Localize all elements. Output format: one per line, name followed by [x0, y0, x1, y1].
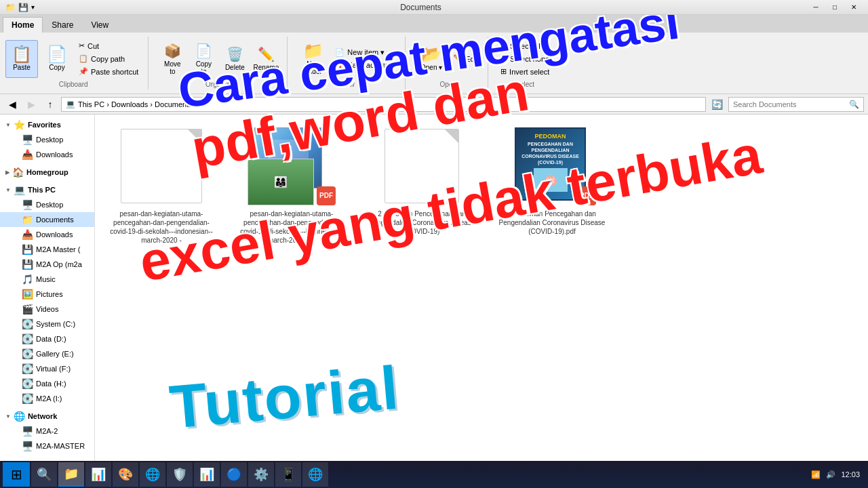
copy-to-button[interactable]: 📄 Copyto — [189, 40, 218, 78]
taskbar-file-explorer[interactable]: 📁 — [58, 462, 84, 487]
quick-access-save[interactable]: 💾 — [18, 3, 28, 12]
sidebar-item-m2a-i[interactable]: 💽 M2A (I:) — [0, 391, 94, 406]
book-title-label: PEDOMAN — [534, 133, 566, 140]
taskbar-chrome[interactable]: 🌐 — [140, 462, 165, 487]
rename-button[interactable]: ✏️ Rename — [252, 40, 280, 78]
taskbar-chrome2[interactable]: 🌐 — [302, 462, 328, 487]
delete-button[interactable]: 🗑️ Delete — [220, 40, 249, 78]
easy-access-button[interactable]: 📌 Easy access ▾ — [332, 60, 398, 71]
edit-button[interactable]: ✏️ Edit — [450, 53, 481, 64]
sidebar-item-documents[interactable]: 📁 Documents — [0, 212, 94, 227]
organize-label: Organize — [158, 81, 280, 89]
file-item-1[interactable]: pesan-dan-kegiatan-utama-pencegahan-dan-… — [100, 120, 222, 250]
move-to-label: Moveto — [164, 60, 180, 75]
sidebar-section-thispc[interactable]: ▼ 💻 This PC — [0, 182, 94, 197]
select-all-label: Select all — [510, 42, 540, 50]
taskbar-excel[interactable]: 📊 — [194, 462, 220, 487]
sidebar-section-homegroup[interactable]: ▶ 🏠 Homegroup — [0, 165, 94, 180]
taskbar-time: 12:03 — [841, 470, 860, 479]
file-item-3[interactable]: 2 Pedoman Pencegahan dan Pengendalian Co… — [361, 120, 483, 250]
clipboard-label: Clipboard — [5, 81, 141, 89]
sidebar-item-m2a-op[interactable]: 💾 M2A Op (m2a — [0, 257, 94, 272]
taskbar-antivirus[interactable]: 🛡️ — [167, 462, 193, 487]
sidebar-item-pictures[interactable]: 🖼️ Pictures — [0, 287, 94, 302]
sidebar-item-system-c[interactable]: 💽 System (C:) — [0, 317, 94, 331]
ribbon-group-open: 📂 Open ▾ ✏️ Edit Open — [415, 37, 488, 89]
select-all-button[interactable]: ☑ Select all — [498, 40, 552, 52]
open-buttons: 📂 Open ▾ ✏️ Edit — [415, 37, 481, 81]
sidebar-item-m2a-2[interactable]: 🖥️ M2A-2 — [0, 424, 94, 439]
select-buttons: ☑ Select all ☐ Select none ⊞ Invert sele… — [498, 37, 552, 81]
chrome-icon: 🌐 — [145, 467, 160, 482]
copy-path-button[interactable]: 📋 Copy path — [76, 53, 141, 64]
pdf-badge-2: PDF — [317, 186, 336, 205]
sidebar-item-desktop[interactable]: 🖥️ Desktop — [0, 132, 94, 147]
sidebar-item-m2a-master-net[interactable]: 🖥️ M2A-MASTER — [0, 439, 94, 453]
chrome2-icon: 🌐 — [308, 467, 323, 482]
data-d-label: Data (D:) — [36, 335, 66, 343]
back-button[interactable]: ◀ — [4, 97, 20, 112]
network-label: Network — [28, 412, 57, 420]
file-item-2[interactable]: Maret 2020 👨‍👩‍👧 PDF pesan-dan-kegiatan-… — [231, 120, 353, 250]
open-small-group: ✏️ Edit — [450, 53, 481, 64]
taskbar-photoshop[interactable]: 🎨 — [113, 462, 138, 487]
sidebar-item-music[interactable]: 🎵 Music — [0, 272, 94, 287]
sidebar-item-virtual-f[interactable]: 💽 Virtual (F:) — [0, 361, 94, 376]
desktop-pc-label: Desktop — [36, 201, 63, 209]
taskbar-app7[interactable]: ⚙️ — [248, 462, 274, 487]
search-icon[interactable]: 🔍 — [845, 100, 863, 109]
forward-button[interactable]: ▶ — [23, 97, 39, 112]
taskbar-app6[interactable]: 🔵 — [221, 462, 247, 487]
homegroup-icon: 🏠 — [12, 167, 24, 178]
address-path[interactable]: 💻 This PC › Downloads › Documents — [61, 97, 706, 112]
minimize-button[interactable]: ─ — [807, 1, 825, 14]
sidebar-item-data-h[interactable]: 💽 Data (H:) — [0, 376, 94, 391]
sidebar-item-videos[interactable]: 🎬 Videos — [0, 302, 94, 317]
main-area: ▼ ⭐ Favorites 🖥️ Desktop 📥 Downloads ▶ 🏠… — [0, 115, 868, 472]
start-button[interactable]: ⊞ — [3, 462, 30, 487]
copy-path-icon: 📋 — [79, 54, 88, 63]
sidebar-section-favorites[interactable]: ▼ ⭐ Favorites — [0, 117, 94, 132]
taskbar-app8[interactable]: 📱 — [275, 462, 301, 487]
open-button[interactable]: 📂 Open ▾ — [415, 40, 448, 78]
favorites-arrow: ▼ — [5, 122, 11, 128]
sidebar-item-desktop-pc[interactable]: 🖥️ Desktop — [0, 197, 94, 212]
sidebar-item-gallery-e[interactable]: 💽 Gallery (E:) — [0, 346, 94, 361]
copy-button[interactable]: 📄 Copy — [41, 40, 73, 78]
tab-home[interactable]: Home — [3, 17, 43, 33]
m2a-master-label: M2A Master ( — [36, 245, 80, 253]
tab-view[interactable]: View — [82, 17, 117, 33]
tab-share[interactable]: Share — [43, 17, 82, 33]
taskbar-task-manager[interactable]: 📊 — [85, 462, 111, 487]
network-icon: 🌐 — [14, 411, 25, 422]
select-label: Select — [498, 81, 552, 89]
sidebar-item-downloads-pc[interactable]: 📥 Downloads — [0, 227, 94, 242]
sidebar-item-downloads[interactable]: 📥 Downloads — [0, 147, 94, 162]
paste-button[interactable]: 📋 Paste — [5, 40, 38, 78]
close-button[interactable]: ✕ — [845, 1, 863, 14]
search-input[interactable] — [729, 100, 845, 108]
file-item-4[interactable]: PEDOMAN PENCEGAHAN DAN PENGENDALIAN CORO… — [491, 120, 613, 250]
sidebar-section-network[interactable]: ▼ 🌐 Network — [0, 409, 94, 424]
music-icon: 🎵 — [22, 274, 33, 285]
move-to-button[interactable]: 📦 Moveto — [158, 40, 186, 78]
path-icon: 💻 — [66, 100, 75, 108]
taskbar-search[interactable]: 🔍 — [31, 462, 57, 487]
new-item-button[interactable]: 📄 New item ▾ — [332, 47, 398, 58]
maximize-button[interactable]: □ — [826, 1, 844, 14]
sidebar-item-m2a-master[interactable]: 💾 M2A Master ( — [0, 242, 94, 257]
up-button[interactable]: ↑ — [42, 97, 58, 112]
file-name-3: 2 Pedoman Pencegahan dan Pengendalian Co… — [366, 209, 477, 236]
rename-label: Rename — [253, 64, 279, 71]
new-folder-button[interactable]: 📁 Newfolder — [297, 40, 330, 78]
select-none-button[interactable]: ☐ Select none — [498, 53, 552, 64]
cut-button[interactable]: ✂ Cut — [76, 40, 141, 52]
sidebar-item-data-d[interactable]: 💽 Data (D:) — [0, 331, 94, 346]
pictures-icon: 🖼️ — [22, 289, 33, 300]
pdf-thumb-container-4: PEDOMAN PENCEGAHAN DAN PENGENDALIAN CORO… — [508, 127, 596, 205]
videos-label: Videos — [36, 305, 58, 313]
cut-label: Cut — [87, 42, 99, 50]
invert-select-button[interactable]: ⊞ Invert select — [498, 66, 552, 77]
refresh-button[interactable]: 🔄 — [709, 99, 726, 110]
paste-shortcut-button[interactable]: 📌 Paste shortcut — [76, 66, 141, 77]
